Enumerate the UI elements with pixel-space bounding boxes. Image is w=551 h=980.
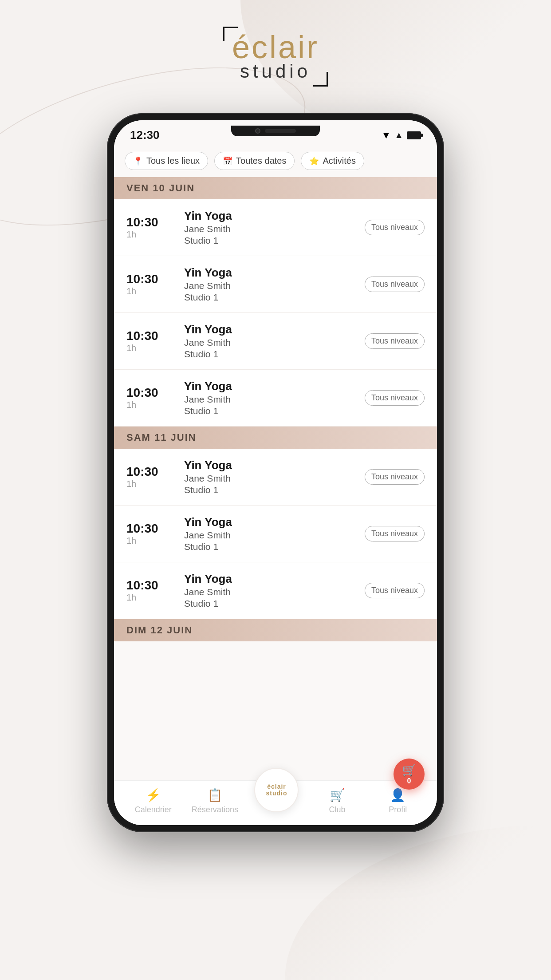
- class-name: Yin Yoga: [184, 458, 365, 472]
- day-header-ven-10-juin: VEN 10 JUIN: [114, 177, 437, 199]
- class-item[interactable]: 10:30 1h Yin Yoga Jane Smith Studio 1 To…: [114, 370, 437, 427]
- class-name: Yin Yoga: [184, 323, 365, 336]
- class-time-block: 10:30 1h: [126, 215, 175, 240]
- class-instructor: Jane Smith: [184, 394, 365, 405]
- home-circle: éclairstudio: [254, 768, 299, 812]
- class-duration: 1h: [126, 536, 175, 546]
- class-info: Yin Yoga Jane Smith Studio 1: [175, 458, 365, 495]
- class-studio: Studio 1: [184, 235, 365, 246]
- class-studio: Studio 1: [184, 292, 365, 303]
- flash-icon: ⚡: [146, 788, 161, 802]
- class-instructor: Jane Smith: [184, 473, 365, 484]
- class-time-block: 10:30 1h: [126, 522, 175, 546]
- class-item[interactable]: 10:30 1h Yin Yoga Jane Smith Studio 1 To…: [114, 313, 437, 370]
- home-logo: éclairstudio: [266, 783, 287, 797]
- class-time-main: 10:30: [126, 329, 175, 343]
- phone-screen: 12:30 ▼ ▲ 📍 Tous les lieux 📅 Toutes date…: [114, 120, 437, 825]
- class-info: Yin Yoga Jane Smith Studio 1: [175, 323, 365, 360]
- filter-location-label: Tous les lieux: [146, 156, 200, 166]
- class-studio: Studio 1: [184, 485, 365, 495]
- day-header-sam-11-juin: SAM 11 JUIN: [114, 427, 437, 449]
- class-instructor: Jane Smith: [184, 530, 365, 541]
- logo-eclair: éclair: [232, 31, 319, 63]
- class-level-badge: Tous niveaux: [365, 333, 425, 349]
- filter-date-label: Toutes dates: [236, 156, 286, 166]
- cart-count: 0: [407, 777, 411, 785]
- class-duration: 1h: [126, 343, 175, 353]
- class-name: Yin Yoga: [184, 515, 365, 529]
- bottom-nav: ⚡ Calendrier 📋 Réservations éclairstudio…: [114, 780, 437, 825]
- nav-profil-label: Profil: [389, 805, 407, 814]
- nav-reservations-label: Réservations: [192, 805, 238, 814]
- class-info: Yin Yoga Jane Smith Studio 1: [175, 515, 365, 552]
- class-duration: 1h: [126, 286, 175, 296]
- phone-mockup: 12:30 ▼ ▲ 📍 Tous les lieux 📅 Toutes date…: [107, 113, 444, 832]
- calendar-icon: 📅: [223, 156, 232, 166]
- class-item[interactable]: 10:30 1h Yin Yoga Jane Smith Studio 1 To…: [114, 506, 437, 562]
- filter-activity[interactable]: ⭐ Activités: [301, 152, 364, 170]
- filter-activity-label: Activités: [323, 156, 355, 166]
- class-time-main: 10:30: [126, 386, 175, 400]
- wifi-icon: ▼: [381, 130, 391, 141]
- class-studio: Studio 1: [184, 598, 365, 609]
- star-icon: ⭐: [309, 156, 319, 166]
- class-item[interactable]: 10:30 1h Yin Yoga Jane Smith Studio 1 To…: [114, 562, 437, 619]
- class-duration: 1h: [126, 479, 175, 489]
- day-header-dim-12-juin: DIM 12 JUIN: [114, 619, 437, 641]
- class-item[interactable]: 10:30 1h Yin Yoga Jane Smith Studio 1 To…: [114, 449, 437, 506]
- class-instructor: Jane Smith: [184, 281, 365, 291]
- location-icon: 📍: [133, 156, 143, 166]
- class-name: Yin Yoga: [184, 379, 365, 393]
- class-level-badge: Tous niveaux: [365, 390, 425, 406]
- class-time-block: 10:30 1h: [126, 386, 175, 410]
- nav-club[interactable]: 🛒 Club: [315, 788, 359, 814]
- class-info: Yin Yoga Jane Smith Studio 1: [175, 572, 365, 609]
- nav-profil[interactable]: 👤 Profil: [376, 788, 420, 814]
- class-time-main: 10:30: [126, 215, 175, 229]
- logo-studio: studio: [232, 61, 319, 82]
- class-studio: Studio 1: [184, 349, 365, 360]
- phone-outer: 12:30 ▼ ▲ 📍 Tous les lieux 📅 Toutes date…: [107, 113, 444, 832]
- class-instructor: Jane Smith: [184, 224, 365, 234]
- class-name: Yin Yoga: [184, 266, 365, 280]
- phone-notch: [231, 126, 320, 136]
- class-time-block: 10:30 1h: [126, 578, 175, 603]
- nav-calendrier-label: Calendrier: [135, 805, 172, 814]
- class-level-badge: Tous niveaux: [365, 583, 425, 598]
- class-time-block: 10:30 1h: [126, 465, 175, 489]
- nav-home[interactable]: éclairstudio: [254, 768, 299, 812]
- class-time-block: 10:30 1h: [126, 272, 175, 296]
- cart-nav-icon: 🛒: [330, 788, 345, 802]
- class-level-badge: Tous niveaux: [365, 469, 425, 485]
- cart-fab[interactable]: 🛒 0: [394, 759, 425, 790]
- scroll-content[interactable]: VEN 10 JUIN 10:30 1h Yin Yoga Jane Smith…: [114, 177, 437, 780]
- filter-bar: 📍 Tous les lieux 📅 Toutes dates ⭐ Activi…: [114, 146, 437, 177]
- profile-icon: 👤: [390, 788, 405, 802]
- nav-calendrier[interactable]: ⚡ Calendrier: [131, 788, 175, 814]
- class-duration: 1h: [126, 593, 175, 603]
- nav-club-label: Club: [329, 805, 346, 814]
- class-studio: Studio 1: [184, 541, 365, 552]
- class-time-block: 10:30 1h: [126, 329, 175, 353]
- class-name: Yin Yoga: [184, 209, 365, 223]
- filter-location[interactable]: 📍 Tous les lieux: [125, 152, 208, 170]
- cart-icon: 🛒: [402, 763, 416, 777]
- class-info: Yin Yoga Jane Smith Studio 1: [175, 379, 365, 416]
- class-time-main: 10:30: [126, 465, 175, 479]
- class-duration: 1h: [126, 229, 175, 240]
- class-level-badge: Tous niveaux: [365, 220, 425, 235]
- logo-frame: éclair studio: [223, 27, 328, 87]
- class-duration: 1h: [126, 400, 175, 410]
- filter-date[interactable]: 📅 Toutes dates: [214, 152, 295, 170]
- class-level-badge: Tous niveaux: [365, 526, 425, 541]
- class-name: Yin Yoga: [184, 572, 365, 586]
- class-info: Yin Yoga Jane Smith Studio 1: [175, 209, 365, 246]
- class-instructor: Jane Smith: [184, 337, 365, 348]
- class-studio: Studio 1: [184, 406, 365, 416]
- status-icons: ▼ ▲: [381, 130, 421, 141]
- class-item[interactable]: 10:30 1h Yin Yoga Jane Smith Studio 1 To…: [114, 256, 437, 313]
- class-item[interactable]: 10:30 1h Yin Yoga Jane Smith Studio 1 To…: [114, 199, 437, 256]
- speaker-bar: [265, 129, 296, 133]
- nav-reservations[interactable]: 📋 Réservations: [192, 788, 238, 814]
- status-time: 12:30: [130, 128, 160, 142]
